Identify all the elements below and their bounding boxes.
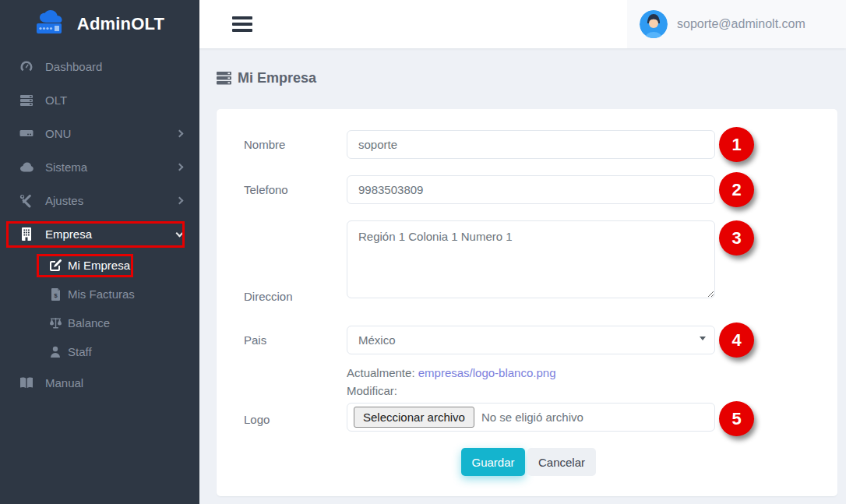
pais-select-wrap: México [347,326,715,354]
sidebar-item-label: Balance [68,316,110,330]
topbar: soporte@adminolt.com [199,0,846,48]
nombre-input[interactable] [347,130,715,159]
telefono-input[interactable] [347,175,715,204]
edit-icon [48,259,62,272]
guardar-button[interactable]: Guardar [461,448,525,476]
onu-icon [19,129,34,139]
building-icon [19,227,34,241]
sidebar-item-sistema[interactable]: Sistema [0,150,199,184]
pais-label: Pais [244,333,266,347]
page-header: Mi Empresa [199,48,846,86]
sidebar-item-staff[interactable]: Staff [0,337,199,366]
app-window: AdminOLT Dashboard OLT ONU [0,0,846,504]
pais-select[interactable]: México [347,326,715,354]
actualmente-label: Actualmente: [347,366,415,379]
sidebar-item-olt[interactable]: OLT [0,83,199,117]
sidebar-item-mis-facturas[interactable]: $ Mis Facturas [0,280,199,308]
user-menu[interactable]: soporte@adminolt.com [627,0,846,48]
sidebar-item-empresa[interactable]: Empresa [0,217,199,251]
sidebar-item-label: Ajustes [45,194,83,207]
sidebar-item-balance[interactable]: Balance [0,308,199,337]
sidebar: AdminOLT Dashboard OLT ONU [0,0,199,504]
direccion-label: Direccion [244,290,293,303]
empresa-submenu: Mi Empresa $ Mis Facturas Balance [0,251,199,366]
chevron-right-icon [176,130,184,138]
sidebar-item-dashboard[interactable]: Dashboard [0,50,199,83]
logo-file-input[interactable]: Seleccionar archivo No se eligió archivo [347,403,715,432]
annotation-badge-1: 1 [719,127,754,162]
cloud-icon [19,162,34,172]
user-email: soporte@adminolt.com [677,17,805,31]
cancelar-button[interactable]: Cancelar [527,448,596,476]
sidebar-item-label: OLT [45,93,67,107]
annotation-badge-3: 3 [719,220,754,256]
hamburger-icon [232,16,252,19]
sidebar-item-label: Dashboard [45,60,102,73]
sidebar-item-label: Staff [68,345,92,358]
sidebar-item-label: ONU [45,127,71,140]
annotation-badge-5: 5 [719,401,754,436]
scale-icon [48,317,62,329]
person-icon [48,346,62,358]
mi-empresa-form-card: Nombre Telefono Direccion Región 1 Colon… [217,109,837,496]
telefono-label: Telefono [244,183,288,196]
sidebar-item-label: Empresa [45,227,92,241]
sidebar-item-ajustes[interactable]: Ajustes [0,184,199,217]
chevron-right-icon [176,197,184,205]
sidebar-item-label: Sistema [45,160,87,174]
sidebar-menu: Dashboard OLT ONU Sistema [0,48,199,400]
file-status-text: No se eligió archivo [481,411,583,424]
dashboard-icon [19,60,34,74]
svg-text:$: $ [54,292,58,299]
sidebar-item-label: Manual [45,376,83,389]
sidebar-item-manual[interactable]: Manual [0,366,199,400]
annotation-badge-4: 4 [719,322,754,358]
avatar [640,10,668,38]
brand-name: AdminOLT [77,14,164,34]
sidebar-toggle-button[interactable] [232,16,252,32]
chevron-down-icon [176,229,184,237]
seleccionar-archivo-button[interactable]: Seleccionar archivo [354,407,474,428]
sidebar-item-mi-empresa[interactable]: Mi Empresa [0,251,199,280]
current-logo-link[interactable]: empresas/logo-blanco.png [418,366,556,379]
logo-current-line: Actualmente: empresas/logo-blanco.png [347,366,556,379]
book-icon [19,377,34,389]
brand[interactable]: AdminOLT [0,0,199,48]
logo-label: Logo [244,413,270,426]
annotation-badge-2: 2 [719,172,754,207]
olt-icon [19,94,34,107]
sidebar-item-onu[interactable]: ONU [0,117,199,150]
server-icon [217,72,231,85]
sidebar-item-label: Mis Facturas [68,287,135,301]
sidebar-item-label: Mi Empresa [68,259,130,272]
tools-icon [19,194,34,208]
invoice-icon: $ [48,288,62,301]
modificar-label: Modificar: [347,384,397,397]
chevron-right-icon [176,164,184,171]
nombre-label: Nombre [244,138,285,151]
direccion-textarea[interactable]: Región 1 Colonia 1 Numero 1 [347,220,715,298]
page-title: Mi Empresa [238,70,316,86]
main-content: Mi Empresa Nombre Telefono Direccion Reg… [199,48,846,504]
adminolt-logo-icon [35,10,71,38]
